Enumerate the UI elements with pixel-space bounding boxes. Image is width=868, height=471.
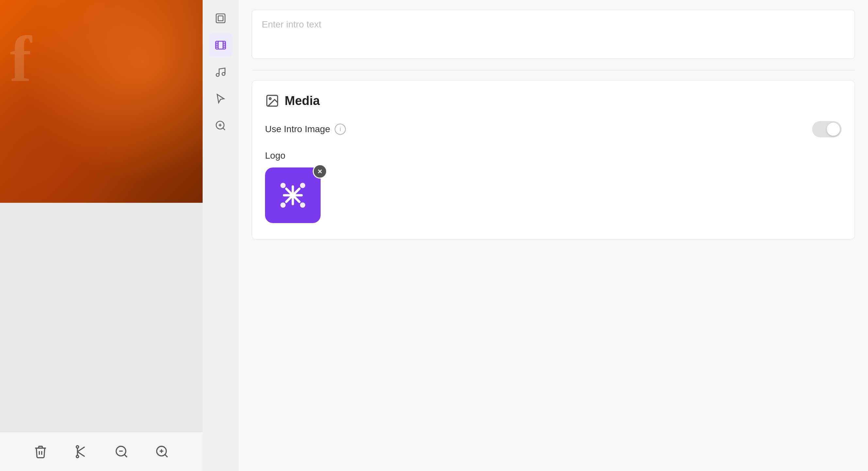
bottom-toolbar: [0, 432, 203, 471]
svg-point-33: [269, 98, 271, 100]
media-icon: [265, 93, 279, 108]
tool-music[interactable]: [209, 60, 232, 84]
tool-zoom[interactable]: [209, 114, 232, 137]
tool-frame[interactable]: [209, 6, 232, 30]
svg-point-27: [222, 72, 225, 76]
preview-image: f: [0, 0, 203, 203]
divider: [252, 70, 855, 70]
toggle-label-group: Use Intro Image i: [265, 124, 346, 135]
preview-area: f eo will be seamless and stable.: [0, 0, 203, 471]
use-intro-image-label: Use Intro Image: [265, 124, 330, 135]
logo-container: [265, 168, 324, 226]
intro-text-input[interactable]: [252, 10, 855, 59]
svg-point-37: [300, 203, 305, 208]
logo-remove-button[interactable]: [313, 164, 327, 179]
svg-point-4: [76, 445, 79, 448]
svg-line-12: [165, 454, 168, 457]
middle-toolbar: [203, 0, 239, 471]
logo-image: [265, 168, 320, 223]
svg-point-36: [280, 203, 286, 208]
svg-rect-15: [216, 14, 225, 23]
delete-button[interactable]: [33, 444, 48, 459]
info-icon[interactable]: i: [335, 124, 346, 135]
section-header: Media: [265, 93, 841, 108]
logo-label: Logo: [265, 150, 841, 161]
svg-point-26: [216, 73, 219, 77]
cut-button[interactable]: [74, 444, 88, 459]
logo-section: Logo: [265, 150, 841, 226]
zoom-out-button[interactable]: [114, 444, 129, 459]
svg-point-34: [280, 183, 286, 188]
logo-svg: [275, 177, 311, 213]
facebook-letter: f: [10, 26, 32, 92]
use-intro-image-row: Use Intro Image i: [265, 121, 841, 137]
tool-filmstrip[interactable]: [209, 33, 232, 57]
svg-line-29: [223, 128, 225, 130]
svg-point-35: [300, 183, 305, 188]
svg-line-9: [125, 454, 127, 457]
media-section: Media Use Intro Image i Logo: [252, 80, 855, 240]
use-intro-image-toggle[interactable]: [812, 121, 841, 137]
zoom-in-button[interactable]: [155, 444, 169, 459]
right-panel: Media Use Intro Image i Logo: [239, 0, 868, 471]
tool-cursor[interactable]: [209, 87, 232, 111]
close-icon: [317, 169, 322, 174]
svg-rect-16: [218, 16, 223, 21]
svg-point-3: [76, 455, 79, 458]
section-title: Media: [285, 94, 320, 108]
